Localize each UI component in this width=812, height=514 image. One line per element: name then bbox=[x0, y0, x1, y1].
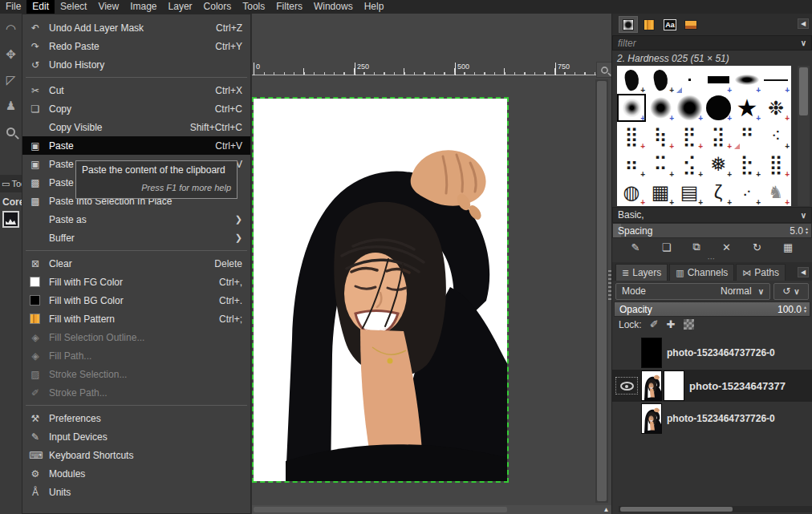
tab-paths[interactable]: ⋈Paths bbox=[736, 264, 786, 281]
paint-tool-icon[interactable]: ♟ bbox=[0, 95, 22, 116]
scrollbar-corner-button[interactable]: ▲ bbox=[600, 505, 612, 514]
lock-alpha-icon[interactable] bbox=[684, 319, 694, 330]
brush-item[interactable]: + bbox=[617, 66, 646, 94]
menu-item-buffer[interactable]: Buffer❯ bbox=[22, 229, 250, 247]
menu-item-undo-add-layer-mask[interactable]: ↶Undo Add Layer MaskCtrl+Z bbox=[22, 18, 250, 37]
layer-mask-thumbnail[interactable] bbox=[664, 370, 684, 401]
menubar-item-filters[interactable]: Filters bbox=[270, 0, 308, 14]
menubar-item-colors[interactable]: Colors bbox=[198, 0, 238, 14]
panel-menu-arrow-icon[interactable]: ◀ bbox=[798, 18, 809, 29]
layer-thumbnail[interactable] bbox=[641, 403, 662, 434]
menu-item-units[interactable]: ÅUnits bbox=[22, 483, 250, 501]
move-tool-icon[interactable]: ✥ bbox=[0, 44, 22, 65]
layer-name[interactable]: photo-1523464737726-0 bbox=[667, 413, 775, 424]
menubar-item-image[interactable]: Image bbox=[124, 0, 162, 14]
menu-item-keyboard-shortcuts[interactable]: ⌨Keyboard Shortcuts bbox=[22, 446, 250, 464]
new-brush-icon[interactable]: ❏ bbox=[662, 241, 672, 253]
menu-item-paste[interactable]: ▣PasteCtrl+V bbox=[22, 136, 250, 155]
image-canvas[interactable] bbox=[254, 99, 507, 481]
menu-item-preferences[interactable]: ⚒Preferences bbox=[22, 409, 250, 427]
chevron-down-icon[interactable]: ∨ bbox=[801, 38, 806, 47]
canvas-horizontal-scrollbar[interactable] bbox=[252, 505, 600, 514]
menubar-item-select[interactable]: Select bbox=[55, 0, 92, 14]
menu-item-redo-paste[interactable]: ↷Redo PasteCtrl+Y bbox=[22, 37, 250, 55]
tab-tool-options[interactable]: ▭Too bbox=[0, 175, 22, 192]
brush-filter-input[interactable]: filter ∨ bbox=[612, 35, 812, 51]
open-brush-as-image-icon[interactable]: ▦ bbox=[783, 241, 793, 253]
lock-pixels-icon[interactable]: ✐ bbox=[650, 318, 659, 330]
menu-item-fill-with-pattern[interactable]: Fill with PatternCtrl+; bbox=[22, 310, 250, 328]
brush-item[interactable]: ⠪+ bbox=[761, 122, 790, 150]
canvas-vertical-scrollbar[interactable] bbox=[595, 79, 608, 503]
brush-item[interactable]: ★+ bbox=[733, 94, 761, 122]
tab-channels[interactable]: ▥Channels bbox=[669, 264, 734, 281]
layer-mode-dropdown[interactable]: Mode Normal ∨ bbox=[615, 283, 770, 300]
menubar-item-help[interactable]: Help bbox=[359, 0, 390, 14]
transform-tool-icon[interactable]: ◸ bbox=[0, 70, 22, 91]
layer-row[interactable]: photo-15234647377 bbox=[612, 370, 812, 402]
brush-item[interactable]: ⢷+ bbox=[646, 122, 675, 150]
menubar-item-windows[interactable]: Windows bbox=[308, 0, 359, 14]
layer-name[interactable]: photo-1523464737726-0 bbox=[667, 347, 775, 358]
brush-item[interactable]: ❉+ bbox=[761, 94, 790, 122]
refresh-brushes-icon[interactable]: ↻ bbox=[753, 241, 761, 253]
brush-item[interactable]: ❅+ bbox=[704, 150, 733, 178]
dock-splitter-handle[interactable]: ⋯ bbox=[612, 256, 812, 262]
menu-item-fill-selection-outline[interactable]: ◈Fill Selection Outline... bbox=[22, 328, 250, 346]
zoom-tool-icon[interactable] bbox=[0, 121, 22, 142]
chevron-down-icon[interactable]: ∨ bbox=[801, 211, 806, 220]
brush-item[interactable]: ⣿+ bbox=[761, 150, 790, 178]
menu-item-stroke-selection[interactable]: ▨Stroke Selection... bbox=[22, 365, 250, 383]
images-tab[interactable] bbox=[681, 16, 700, 33]
brush-item[interactable]: + bbox=[646, 66, 675, 94]
brush-item[interactable]: + bbox=[704, 66, 733, 94]
menu-item-modules[interactable]: ⚙Modules bbox=[22, 464, 250, 483]
brush-tag-filter[interactable]: Basic, ∨ bbox=[612, 207, 812, 223]
menubar-item-file[interactable]: File bbox=[0, 0, 26, 14]
layer-row[interactable]: photo-1523464737726-0 bbox=[612, 337, 812, 369]
layer-thumbnail[interactable] bbox=[641, 338, 662, 368]
brush-item[interactable]: ⠭+ bbox=[646, 150, 675, 178]
brush-item[interactable]: + bbox=[733, 66, 761, 94]
duplicate-brush-icon[interactable]: ⧉ bbox=[692, 241, 700, 253]
brushes-tab[interactable] bbox=[619, 16, 638, 33]
delete-brush-icon[interactable]: ✕ bbox=[722, 241, 731, 253]
brush-item[interactable]: + bbox=[761, 66, 790, 94]
brush-item[interactable]: ⣽+ bbox=[704, 122, 733, 150]
menubar-item-edit[interactable]: Edit bbox=[26, 0, 55, 14]
brush-item[interactable]: ⣟+ bbox=[675, 122, 704, 150]
dock-drag-handle[interactable] bbox=[608, 270, 611, 302]
wilber-icon[interactable]: ◠ bbox=[0, 18, 22, 39]
brush-item[interactable]: ⣿+ bbox=[617, 122, 646, 150]
menu-item-paste-as[interactable]: Paste as❯ bbox=[22, 210, 250, 229]
menu-item-fill-with-fg-color[interactable]: Fill with FG ColorCtrl+, bbox=[22, 273, 250, 291]
menu-item-input-devices[interactable]: ✎Input Devices bbox=[22, 427, 250, 446]
spinner-arrows-icon[interactable]: ▴▾ bbox=[804, 306, 806, 314]
panel-menu-arrow-icon[interactable]: ◀ bbox=[798, 267, 809, 277]
layer-visibility-toggle[interactable] bbox=[612, 377, 641, 395]
menubar-item-view[interactable]: View bbox=[92, 0, 124, 14]
brush-item[interactable]: ⣗+ bbox=[733, 150, 761, 178]
edit-brush-icon[interactable]: ✎ bbox=[631, 241, 640, 253]
lock-position-icon[interactable]: ✚ bbox=[667, 318, 676, 330]
brush-item[interactable]: + bbox=[646, 94, 675, 122]
brush-item[interactable]: + bbox=[704, 94, 733, 122]
brush-item[interactable]: + bbox=[675, 94, 704, 122]
brush-item[interactable]: ▦+ bbox=[646, 178, 675, 206]
menubar-item-tools[interactable]: Tools bbox=[237, 0, 270, 14]
menu-item-fill-with-bg-color[interactable]: Fill with BG ColorCtrl+. bbox=[22, 291, 250, 310]
brush-item[interactable]: ζ+ bbox=[704, 178, 733, 206]
brush-item[interactable]: ◍+ bbox=[617, 178, 646, 206]
menu-item-undo-history[interactable]: ↺Undo History bbox=[22, 55, 250, 74]
brush-item[interactable]: ⠛ bbox=[733, 122, 761, 150]
menu-item-fill-path[interactable]: ◈Fill Path... bbox=[22, 346, 250, 365]
brush-item[interactable]: ⠔+ bbox=[733, 178, 761, 206]
brush-item[interactable]: ⣪+ bbox=[675, 150, 704, 178]
zoom-follow-window-button[interactable] bbox=[596, 62, 612, 78]
layer-name[interactable]: photo-15234647377 bbox=[689, 380, 786, 392]
mode-group-switch-button[interactable]: ↺ ∨ bbox=[773, 283, 809, 300]
menubar-item-layer[interactable]: Layer bbox=[163, 0, 198, 14]
brush-item[interactable]: ⠶+ bbox=[617, 150, 646, 178]
menu-item-cut[interactable]: ✂CutCtrl+X bbox=[22, 81, 250, 99]
brush-item[interactable] bbox=[675, 66, 704, 94]
